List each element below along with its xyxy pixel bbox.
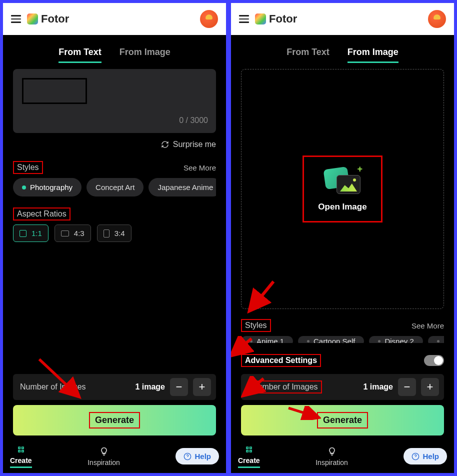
styles-label: Styles [241,319,271,332]
tab-from-text[interactable]: From Text [286,47,330,63]
square-icon [20,230,26,237]
panel-from-text: Fotor From Text From Image 0 / 3000 Surp… [3,3,226,473]
logo[interactable]: Fotor [255,12,297,26]
style-cartoon-self[interactable]: Cartoon Self [298,336,364,343]
tab-from-text[interactable]: From Text [58,47,102,63]
style-disney-2[interactable]: Disney 2 [369,336,422,343]
ratio-3-4[interactable]: 3:4 [97,224,132,242]
decrement-button[interactable]: − [398,378,416,396]
logo-mark-icon [27,14,38,24]
style-barbie[interactable]: Barbie [428,336,444,343]
mode-tabs: From Text From Image [231,35,454,69]
increment-button[interactable]: + [193,378,211,396]
see-more-styles[interactable]: See More [184,164,216,172]
ratio-4-3[interactable]: 4:3 [54,224,91,242]
create-icon [16,444,26,454]
svg-line-10 [288,408,317,417]
tab-from-image[interactable]: From Image [348,47,398,63]
logo-text: Fotor [41,12,69,26]
help-button[interactable]: Help [176,448,219,464]
aspect-ratios-label: Aspect Ratios [13,208,70,220]
aspect-ratio-options: 1:1 4:3 3:4 [13,224,216,242]
style-chips: Anime 1 Cartoon Self Disney 2 Barbie [241,336,444,343]
decrement-button[interactable]: − [170,378,188,396]
style-japanese-anime[interactable]: Japanese Anime [148,178,216,196]
prompt-input[interactable]: 0 / 3000 [13,69,216,133]
avatar[interactable] [428,10,446,28]
help-icon [184,452,192,460]
see-more-styles[interactable]: See More [412,322,444,330]
style-concept-art[interactable]: Concept Art [86,178,144,196]
help-button[interactable]: Help [404,448,447,464]
styles-label: Styles [13,161,43,174]
num-images-label: Number of Images [20,382,86,392]
style-chips: Photography Concept Art Japanese Anime [13,178,216,196]
bulb-icon [99,446,109,456]
nav-inspiration[interactable]: Inspiration [88,446,120,466]
char-counter: 0 / 3000 [21,116,208,125]
advanced-settings-label: Advanced Settings [241,354,321,367]
num-images-row: Number of Images 1 image − + [13,374,216,400]
bottom-nav: Create Inspiration Help [231,440,454,473]
ratio-1-1[interactable]: 1:1 [13,224,48,242]
tab-from-image[interactable]: From Image [120,47,170,63]
bulb-icon [327,446,337,456]
menu-icon[interactable] [11,15,21,23]
portrait-icon [104,230,110,238]
logo-text: Fotor [269,12,297,26]
nav-create[interactable]: Create [10,444,32,468]
help-icon [412,452,420,460]
create-icon [244,444,254,454]
refresh-icon [161,140,169,148]
panel-from-image: Fotor From Text From Image + Open Image … [231,3,454,473]
header: Fotor [3,3,226,35]
generate-button[interactable]: Generate [241,405,444,436]
style-anime-1[interactable]: Anime 1 [241,336,293,343]
image-dropzone[interactable]: + Open Image [241,69,444,309]
advanced-settings-toggle[interactable] [424,355,444,366]
style-photography[interactable]: Photography [13,178,82,196]
nav-create[interactable]: Create [238,444,260,468]
avatar[interactable] [200,10,218,28]
image-upload-icon: + [324,166,360,194]
header: Fotor [231,3,454,35]
num-images-label: Number of Images [248,380,322,394]
num-images-value: 1 image [363,382,393,392]
num-images-value: 1 image [135,382,165,392]
surprise-me-button[interactable]: Surprise me [13,140,216,149]
increment-button[interactable]: + [421,378,439,396]
landscape-icon [61,230,69,236]
logo[interactable]: Fotor [27,12,69,26]
num-images-row: Number of Images 1 image − + [241,374,444,400]
open-image-button[interactable]: + Open Image [302,156,382,222]
logo-mark-icon [255,14,266,24]
generate-button[interactable]: Generate [13,405,216,436]
nav-inspiration[interactable]: Inspiration [316,446,348,466]
mode-tabs: From Text From Image [3,35,226,69]
menu-icon[interactable] [239,15,249,23]
bottom-nav: Create Inspiration Help [3,440,226,473]
